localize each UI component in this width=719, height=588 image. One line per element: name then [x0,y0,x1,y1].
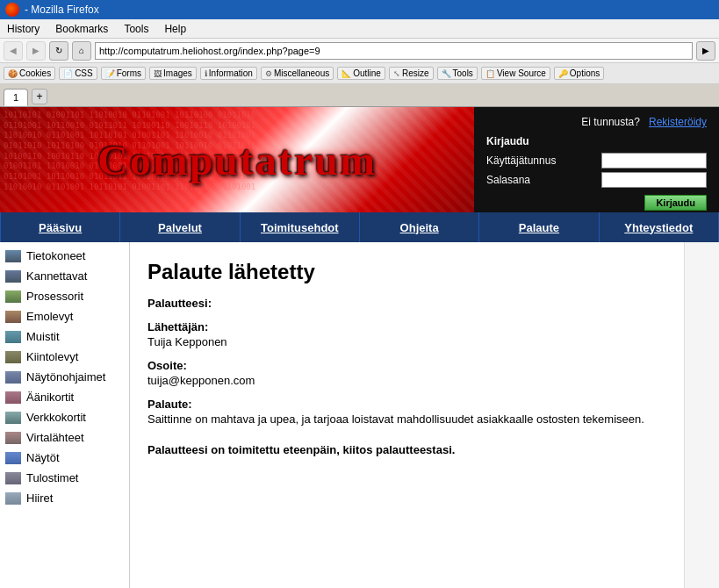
sidebar-item-virtalähteet[interactable]: Virtalähteet [0,427,129,448]
sender-name: Tuija Kepponen [147,335,666,348]
username-label: Käyttäjätunnus [486,154,596,167]
browser-title: - Mozilla Firefox [25,4,99,16]
toolbar-options[interactable]: 🔑 Options [554,67,604,80]
images-icon: 🖼 [154,69,162,78]
content-area: Palaute lähetetty Palautteesi: Lähettäjä… [130,242,684,588]
sidebar-item-naytönohjaimet[interactable]: Näytönohjaimet [0,367,129,387]
confirmation-message: Palautteesi on toimitettu eteenpäin, kii… [147,443,666,456]
css-icon: 📄 [63,69,73,78]
screen-icon [5,452,21,464]
sidebar-item-aanikortit[interactable]: Äänikortit [0,387,129,407]
site-logo: Computatrum [97,136,377,184]
url-bar[interactable] [95,42,693,60]
menu-history[interactable]: History [4,21,43,37]
sidebar-item-tulostimet[interactable]: Tulostimet [0,468,129,488]
network-icon [5,412,21,424]
toolbar-css[interactable]: 📄 CSS [59,67,97,80]
header-banner: 10110101 01001101 11010010 01101001 1011… [0,107,474,212]
cpu-icon [5,290,21,303]
site-header: 10110101 01001101 11010010 01101001 1011… [0,107,719,212]
right-panel [684,242,719,588]
tab-1[interactable]: 1 [4,89,28,106]
feedback-section: Palautteesi: [147,297,666,310]
sidebar-item-verkkokortit[interactable]: Verkkokortit [0,407,129,427]
nav-ohjeita[interactable]: Ohjeita [360,212,479,242]
cookies-icon: 🍪 [8,69,18,78]
firefox-icon [5,3,19,17]
nav-paasivu[interactable]: Pääsivu [0,212,120,242]
toolbar-images[interactable]: 🖼 Images [149,67,197,80]
ram-icon [5,331,21,343]
sidebar-item-naytot[interactable]: Näytöt [0,448,129,468]
browser-toolbar: 🍪 Cookies 📄 CSS 📝 Forms 🖼 Images ℹ Infor… [0,63,719,84]
back-button[interactable]: ◀ [4,41,23,61]
password-label: Salasana [486,174,596,186]
browser-nav-bar: ◀ ▶ ↻ ⌂ ▶ [0,39,719,63]
site-nav: Pääsivu Palvelut Toimitusehdot Ohjeita P… [0,212,719,242]
menu-help[interactable]: Help [161,21,190,37]
sidebar-item-hiiret[interactable]: Hiiret [0,488,129,508]
sidebar-item-emolevyt[interactable]: Emolevyt [0,306,129,326]
reload-button[interactable]: ↻ [49,41,68,61]
toolbar-resize[interactable]: ⤡ Resize [389,67,434,80]
sidebar-item-muistit[interactable]: Muistit [0,326,129,347]
login-top: Ei tunnusta? Rekisteröidy [486,116,707,128]
toolbar-miscellaneous[interactable]: ⚙ Miscellaneous [261,67,334,80]
sidebar-item-prosessorit[interactable]: Prosessorit [0,286,129,306]
tab-add-button[interactable]: + [32,89,47,104]
address-label: Osoite: [147,359,666,372]
login-label: Kirjaudu [486,135,707,147]
browser-menu-bar: History Bookmarks Tools Help [0,19,719,39]
nav-toimitusehdot[interactable]: Toimitusehdot [241,212,360,242]
sender-section: Lähettäjän: Tuija Kepponen [147,320,666,348]
motherboard-icon [5,311,21,323]
forms-icon: 📝 [105,69,115,78]
toolbar-tools[interactable]: 🔧 Tools [437,67,478,80]
address-email: tuija@kepponen.com [147,374,666,387]
page-wrapper: 10110101 01001101 11010010 01101001 1011… [0,107,719,588]
resize-icon: ⤡ [393,69,400,78]
information-icon: ℹ [205,69,207,78]
menu-bookmarks[interactable]: Bookmarks [52,21,111,37]
password-input[interactable] [601,172,707,188]
hdd-icon [5,351,21,363]
tools-icon: 🔧 [442,69,451,78]
browser-titlebar: - Mozilla Firefox [0,0,719,19]
power-icon [5,432,21,444]
sidebar-item-kiintolevyt[interactable]: Kiintolevyt [0,347,129,367]
palaute-section: Palaute: Saittinne on mahtava ja upea, j… [147,398,666,426]
toolbar-information[interactable]: ℹ Information [200,67,257,80]
sidebar-item-tietokoneet[interactable]: Tietokoneet [0,246,129,266]
home-button[interactable]: ⌂ [72,41,91,61]
login-form: Kirjaudu Käyttäjätunnus Salasana Kirjaud… [486,135,707,211]
go-button[interactable]: ▶ [696,41,715,61]
palaute-label: Palaute: [147,398,666,411]
laptop-icon [5,270,21,283]
register-link[interactable]: Rekisteröidy [649,116,707,128]
mouse-icon [5,492,21,505]
view-source-icon: 📋 [485,69,495,78]
computer-icon [5,250,21,262]
forward-button[interactable]: ▶ [26,41,46,61]
login-button[interactable]: Kirjaudu [644,195,707,211]
palaute-text: Saittinne on mahtava ja upea, ja tarjoaa… [147,412,666,426]
sidebar-item-kannettavat[interactable]: Kannettavat [0,266,129,286]
miscellaneous-icon: ⚙ [265,69,272,78]
menu-tools[interactable]: Tools [120,21,152,37]
tab-bar: 1 + [0,84,719,107]
toolbar-view-source[interactable]: 📋 View Source [481,67,550,80]
feedback-label: Palautteesi: [147,297,666,310]
nav-palvelut[interactable]: Palvelut [120,212,240,242]
page-title: Palaute lähetetty [147,260,666,284]
sender-label: Lähettäjän: [147,320,666,333]
header-login-panel: Ei tunnusta? Rekisteröidy Kirjaudu Käytt… [474,107,719,212]
toolbar-cookies[interactable]: 🍪 Cookies [4,67,55,80]
toolbar-forms[interactable]: 📝 Forms [101,67,146,80]
options-icon: 🔑 [558,69,568,78]
toolbar-outline[interactable]: 📐 Outline [337,67,385,80]
nav-yhteystiedot[interactable]: Yhteystiedot [600,212,719,242]
no-account-label: Ei tunnusta? [581,116,640,128]
nav-palaute[interactable]: Palaute [479,212,599,242]
username-input[interactable] [601,153,707,169]
sidebar: Tietokoneet Kannettavat Prosessorit Emol… [0,242,130,588]
